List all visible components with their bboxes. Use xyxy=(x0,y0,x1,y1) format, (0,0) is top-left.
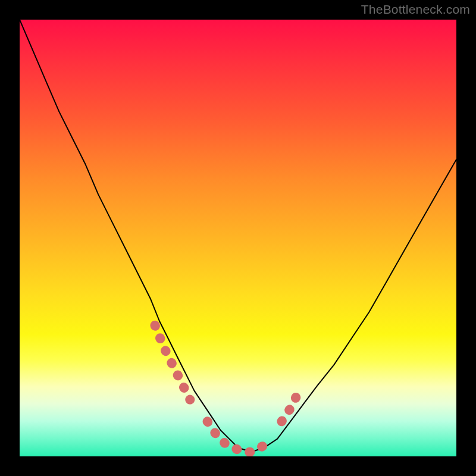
plot-svg xyxy=(20,20,456,456)
curve-layer xyxy=(20,20,456,452)
watermark-text: TheBottleneck.com xyxy=(361,2,470,17)
highlight-segment-1 xyxy=(208,421,269,452)
bottleneck-curve-path xyxy=(20,20,456,452)
highlight-segment-0 xyxy=(155,325,190,400)
plot-area xyxy=(20,20,456,456)
chart-frame: TheBottleneck.com xyxy=(0,0,476,476)
highlight-layer xyxy=(155,325,299,452)
highlight-segment-2 xyxy=(281,391,299,421)
